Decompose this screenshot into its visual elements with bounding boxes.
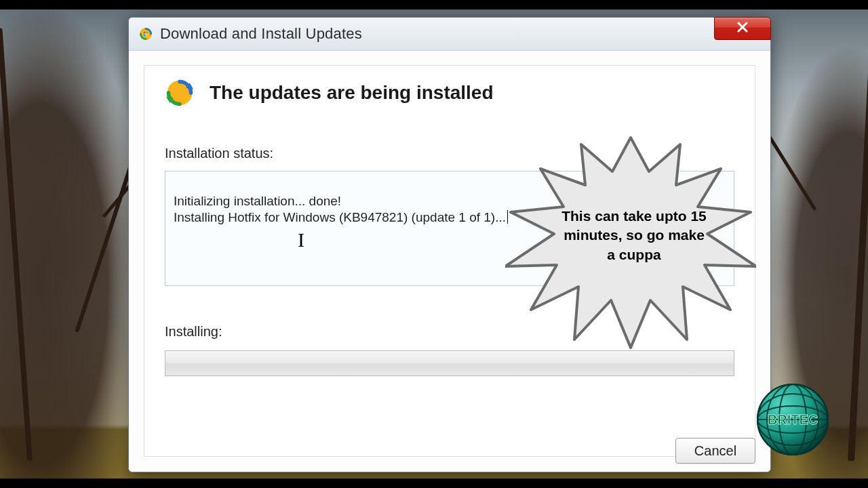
status-text: Initializing installation... done! Insta… (174, 194, 506, 224)
heading: The updates are being installed (210, 82, 494, 104)
installing-label: Installing: (165, 324, 734, 340)
status-label: Installation status: (165, 146, 734, 161)
letterbox-top (0, 0, 868, 9)
britec-logo: BRITEC (755, 382, 830, 457)
content-panel: The updates are being installed Installa… (144, 65, 755, 457)
close-icon (736, 20, 749, 37)
i-beam-cursor-icon: I (298, 227, 304, 253)
svg-rect-2 (144, 32, 146, 34)
titlebar[interactable]: Download and Install Updates (129, 18, 770, 51)
windows-update-large-icon (165, 78, 195, 108)
windows-update-icon (138, 26, 153, 41)
cancel-button[interactable]: Cancel (675, 438, 755, 464)
progress-bar (165, 350, 734, 376)
letterbox-bottom (0, 479, 868, 488)
window-title: Download and Install Updates (160, 25, 362, 43)
svg-rect-4 (144, 34, 146, 36)
close-button[interactable] (714, 17, 771, 40)
text-caret (507, 210, 508, 224)
client-area: The updates are being installed Installa… (129, 50, 770, 472)
britec-logo-text: BRITEC (768, 412, 818, 427)
svg-rect-3 (146, 32, 148, 34)
button-row: Cancel (675, 438, 755, 464)
svg-rect-5 (146, 34, 148, 36)
update-window: Download and Install Updates (128, 17, 771, 472)
status-textbox[interactable]: Initializing installation... done! Insta… (165, 171, 734, 286)
